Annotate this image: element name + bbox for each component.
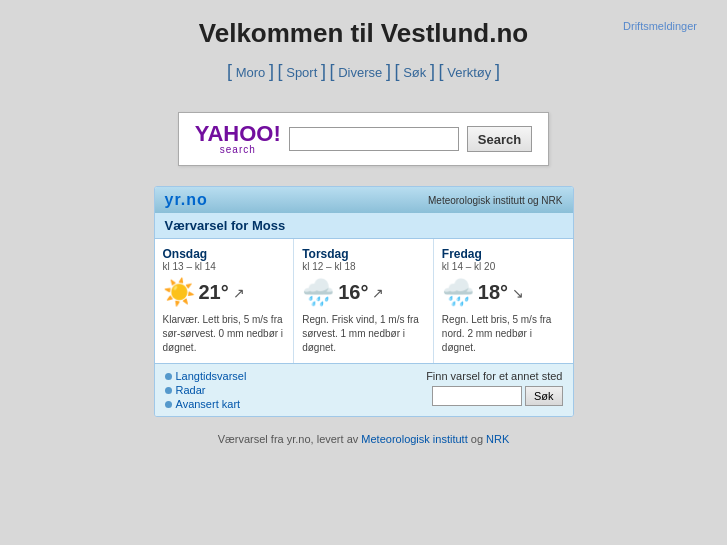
footer-link-nrk[interactable]: NRK (486, 433, 509, 445)
yr-logo: yr.no (165, 191, 208, 209)
footer-text-mid: og (471, 433, 483, 445)
bracket-right-1: ] (269, 61, 274, 82)
yr-links: Langtidsvarsel Radar Avansert kart (165, 370, 247, 410)
yahoo-sub-text: search (220, 145, 256, 155)
yr-day-3-time: kl 14 – kl 20 (442, 261, 565, 272)
avansert-kart-link[interactable]: Avansert kart (176, 398, 241, 410)
yr-link-3: Avansert kart (165, 398, 247, 410)
nav-item-diverse[interactable]: Diverse (338, 65, 382, 80)
bullet-icon-2 (165, 387, 172, 394)
yr-day-1-temp: 21° (199, 281, 229, 304)
yr-place-input[interactable] (432, 386, 522, 406)
bracket-right-2: ] (321, 61, 326, 82)
yr-day-3: Fredag kl 14 – kl 20 🌧️ 18° ↘ Regn. Lett… (434, 239, 573, 363)
search-button[interactable]: Search (467, 126, 532, 152)
bracket-right-3: ] (386, 61, 391, 82)
yr-day-1-desc: Klarvær. Lett bris, 5 m/s fra sør-sørves… (163, 313, 286, 355)
footer-text-before: Værvarsel fra yr.no, levert av (218, 433, 359, 445)
yr-attribution: Meteorologisk institutt og NRK (428, 195, 563, 206)
page-footer: Værvarsel fra yr.no, levert av Meteorolo… (0, 433, 727, 445)
drifts-link[interactable]: Driftsmeldinger (623, 20, 697, 32)
yr-day-2-name: Torsdag (302, 247, 425, 261)
bracket-left-3: [ (330, 61, 335, 82)
yr-day-2-arrow: ↗ (372, 285, 384, 301)
yr-day-2-time: kl 12 – kl 18 (302, 261, 425, 272)
yr-title: Værvarsel for Moss (155, 213, 573, 239)
yr-day-3-desc: Regn. Lett bris, 5 m/s fra nord. 2 mm ne… (442, 313, 565, 355)
yr-day-3-arrow: ↘ (512, 285, 524, 301)
yahoo-name: YAHOO! (195, 121, 281, 146)
yr-find-place: Finn varsel for et annet sted Søk (426, 370, 562, 406)
page-title: Velkommen til Vestlund.no (199, 18, 528, 48)
yr-logo-text: yr.no (165, 191, 208, 208)
yr-day-1-icon: ☀️ (163, 277, 195, 308)
yr-day-1-content: ☀️ 21° ↗ (163, 277, 286, 308)
footer-link-met[interactable]: Meteorologisk institutt (361, 433, 467, 445)
yr-day-3-icon: 🌧️ (442, 277, 474, 308)
yr-day-2: Torsdag kl 12 – kl 18 🌧️ 16° ↗ Regn. Fri… (294, 239, 434, 363)
yr-find-label: Finn varsel for et annet sted (426, 370, 562, 382)
yahoo-logo-text: YAHOO! (195, 123, 281, 145)
yr-day-2-desc: Regn. Frisk vind, 1 m/s fra sørvest. 1 m… (302, 313, 425, 355)
radar-link[interactable]: Radar (176, 384, 206, 396)
nav-item-verktoy[interactable]: Verktøy (447, 65, 491, 80)
bullet-icon-3 (165, 401, 172, 408)
main-nav: [ Moro ] [ Sport ] [ Diverse ] [ Søk ] [… (0, 61, 727, 82)
yr-day-2-temp: 16° (338, 281, 368, 304)
bracket-left-4: [ (395, 61, 400, 82)
yr-day-1-name: Onsdag (163, 247, 286, 261)
yr-search-row: Søk (432, 386, 563, 406)
nav-item-moro[interactable]: Moro (236, 65, 266, 80)
bracket-left-5: [ (439, 61, 444, 82)
yr-footer: Langtidsvarsel Radar Avansert kart Finn … (155, 363, 573, 416)
search-widget: YAHOO! search Search (178, 112, 549, 166)
yr-days-container: Onsdag kl 13 – kl 14 ☀️ 21° ↗ Klarvær. L… (155, 239, 573, 363)
yr-link-2: Radar (165, 384, 247, 396)
nav-item-sok[interactable]: Søk (403, 65, 426, 80)
yr-day-1-arrow: ↗ (233, 285, 245, 301)
nav-item-sport[interactable]: Sport (286, 65, 317, 80)
search-input[interactable] (289, 127, 459, 151)
yr-day-3-name: Fredag (442, 247, 565, 261)
yr-day-3-temp: 18° (478, 281, 508, 304)
yr-day-2-icon: 🌧️ (302, 277, 334, 308)
langtidsvarsel-link[interactable]: Langtidsvarsel (176, 370, 247, 382)
yahoo-logo: YAHOO! search (195, 123, 281, 155)
page-header: Velkommen til Vestlund.no Driftsmeldinge… (0, 0, 727, 57)
yr-day-2-content: 🌧️ 16° ↗ (302, 277, 425, 308)
bullet-icon-1 (165, 373, 172, 380)
bracket-right-5: ] (495, 61, 500, 82)
bracket-left-1: [ (227, 61, 232, 82)
yr-link-1: Langtidsvarsel (165, 370, 247, 382)
yr-day-1: Onsdag kl 13 – kl 14 ☀️ 21° ↗ Klarvær. L… (155, 239, 295, 363)
bracket-right-4: ] (430, 61, 435, 82)
yr-weather-widget: yr.no Meteorologisk institutt og NRK Vær… (154, 186, 574, 417)
bracket-left-2: [ (278, 61, 283, 82)
yr-header: yr.no Meteorologisk institutt og NRK (155, 187, 573, 213)
yr-search-button[interactable]: Søk (525, 386, 563, 406)
yr-day-1-time: kl 13 – kl 14 (163, 261, 286, 272)
search-section: YAHOO! search Search (0, 112, 727, 166)
yr-day-3-content: 🌧️ 18° ↘ (442, 277, 565, 308)
